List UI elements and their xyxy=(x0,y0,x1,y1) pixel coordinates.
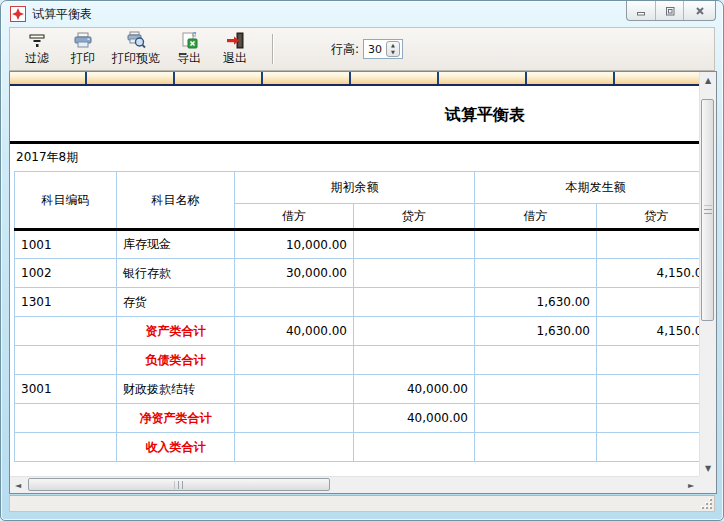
cell-current-debit[interactable]: 1,630.00 xyxy=(475,288,597,317)
print-label: 打印 xyxy=(71,50,95,67)
cell-code[interactable]: 3001 xyxy=(15,375,117,404)
vertical-scrollbar-thumb[interactable] xyxy=(701,99,714,321)
scroll-left-icon[interactable]: ◄ xyxy=(10,477,26,493)
cell-opening-credit[interactable] xyxy=(354,288,475,317)
spinner-down-icon[interactable]: ▼ xyxy=(387,49,399,56)
cell-code[interactable]: 1301 xyxy=(15,288,117,317)
cell-code[interactable] xyxy=(15,317,117,346)
minimize-icon xyxy=(634,4,648,18)
horizontal-scrollbar-thumb[interactable] xyxy=(28,478,330,491)
cell-opening-debit[interactable] xyxy=(235,404,354,433)
window-title: 试算平衡表 xyxy=(32,6,92,23)
cell-opening-debit[interactable] xyxy=(235,375,354,404)
cell-name[interactable]: 财政拨款结转 xyxy=(117,375,235,404)
row-height-value[interactable]: 30 xyxy=(368,43,386,56)
cell-opening-debit[interactable] xyxy=(235,433,354,462)
table-row[interactable]: 净资产类合计 40,000.00 xyxy=(15,404,700,433)
app-window: 试算平衡表 过滤 打印 xyxy=(0,0,724,521)
report-content: 试算平衡表 2017年8期 科目编码 科目名称 期初余额 本期发生额 xyxy=(10,72,699,462)
scroll-right-icon[interactable]: ► xyxy=(683,477,699,493)
trial-balance-table: 科目编码 科目名称 期初余额 本期发生额 借方 贷方 借方 贷方 1001 xyxy=(14,171,699,462)
cell-opening-credit[interactable] xyxy=(354,346,475,375)
table-row[interactable]: 3001 财政拨款结转 40,000.00 xyxy=(15,375,700,404)
cell-name[interactable]: 银行存款 xyxy=(117,259,235,288)
cell-code[interactable]: 1001 xyxy=(15,230,117,259)
cell-current-credit[interactable]: 4,150.00 xyxy=(597,259,700,288)
table-row[interactable]: 1301 存货 1,630.00 xyxy=(15,288,700,317)
cell-current-credit[interactable] xyxy=(597,230,700,259)
cell-code[interactable] xyxy=(15,433,117,462)
cell-current-credit[interactable] xyxy=(597,404,700,433)
row-height-group: 行高: 30 ▲ ▼ xyxy=(331,39,403,59)
cell-name[interactable]: 收入类合计 xyxy=(117,433,235,462)
table-row[interactable]: 收入类合计 xyxy=(15,433,700,462)
cell-current-debit[interactable] xyxy=(475,230,597,259)
titlebar[interactable]: 试算平衡表 xyxy=(1,1,723,27)
grid-viewport: 试算平衡表 2017年8期 科目编码 科目名称 期初余额 本期发生额 xyxy=(10,72,699,476)
cell-current-credit[interactable]: 4,150.00 xyxy=(597,317,700,346)
cell-name[interactable]: 库存现金 xyxy=(117,230,235,259)
scroll-up-icon[interactable]: ▲ xyxy=(700,72,716,88)
cell-opening-credit[interactable] xyxy=(354,317,475,346)
cell-name[interactable]: 净资产类合计 xyxy=(117,404,235,433)
cell-current-credit[interactable] xyxy=(597,288,700,317)
spinner-up-icon[interactable]: ▲ xyxy=(387,42,399,49)
cell-opening-credit[interactable]: 40,000.00 xyxy=(354,404,475,433)
cell-opening-debit[interactable] xyxy=(235,288,354,317)
printer-icon xyxy=(73,31,93,49)
cell-name[interactable]: 负债类合计 xyxy=(117,346,235,375)
filter-button[interactable]: 过滤 xyxy=(14,30,60,68)
vertical-scrollbar[interactable]: ▲ ▼ xyxy=(699,72,716,476)
export-excel-icon xyxy=(180,31,198,49)
maximize-button[interactable] xyxy=(655,1,683,20)
print-preview-button[interactable]: 打印预览 xyxy=(106,30,166,68)
cell-opening-credit[interactable] xyxy=(354,230,475,259)
app-icon xyxy=(10,6,26,22)
report-period: 2017年8期 xyxy=(10,144,699,171)
row-height-spinner[interactable]: 30 ▲ ▼ xyxy=(363,39,403,59)
cell-current-credit[interactable] xyxy=(597,375,700,404)
table-row[interactable]: 资产类合计 40,000.00 1,630.00 4,150.00 xyxy=(15,317,700,346)
exit-button[interactable]: 退出 xyxy=(212,30,258,68)
cell-opening-debit[interactable]: 40,000.00 xyxy=(235,317,354,346)
cell-name[interactable]: 资产类合计 xyxy=(117,317,235,346)
horizontal-scrollbar[interactable]: ◄ ► xyxy=(10,476,699,493)
print-button[interactable]: 打印 xyxy=(60,30,106,68)
header-name: 科目名称 xyxy=(117,172,235,230)
cell-opening-debit[interactable] xyxy=(235,346,354,375)
cell-current-credit[interactable] xyxy=(597,346,700,375)
cell-current-debit[interactable]: 1,630.00 xyxy=(475,317,597,346)
cell-current-debit[interactable] xyxy=(475,346,597,375)
cell-current-debit[interactable] xyxy=(475,433,597,462)
cell-current-credit[interactable] xyxy=(597,433,700,462)
header-current-debit: 借方 xyxy=(475,204,597,230)
cell-name[interactable]: 存货 xyxy=(117,288,235,317)
cell-opening-credit[interactable] xyxy=(354,259,475,288)
table-row[interactable]: 1001 库存现金 10,000.00 xyxy=(15,230,700,259)
table-row[interactable]: 1002 银行存款 30,000.00 4,150.00 xyxy=(15,259,700,288)
exit-label: 退出 xyxy=(223,50,247,67)
table-row[interactable]: 负债类合计 xyxy=(15,346,700,375)
cell-opening-credit[interactable] xyxy=(354,433,475,462)
scroll-down-icon[interactable]: ▼ xyxy=(700,460,716,476)
header-current-credit: 贷方 xyxy=(597,204,700,230)
cell-opening-debit[interactable]: 10,000.00 xyxy=(235,230,354,259)
cell-code[interactable]: 1002 xyxy=(15,259,117,288)
report-title: 试算平衡表 xyxy=(10,86,699,144)
cell-code[interactable] xyxy=(15,404,117,433)
window-controls xyxy=(626,1,716,21)
resize-grip[interactable] xyxy=(700,497,712,509)
toolbar: 过滤 打印 打印预览 导出 退出 行高: xyxy=(9,27,715,71)
cell-current-debit[interactable] xyxy=(475,404,597,433)
header-opening-debit: 借方 xyxy=(235,204,354,230)
close-button[interactable] xyxy=(683,1,715,20)
cell-code[interactable] xyxy=(15,346,117,375)
cell-opening-debit[interactable]: 30,000.00 xyxy=(235,259,354,288)
cell-current-debit[interactable] xyxy=(475,375,597,404)
export-button[interactable]: 导出 xyxy=(166,30,212,68)
minimize-button[interactable] xyxy=(627,1,655,20)
export-label: 导出 xyxy=(177,50,201,67)
cell-current-debit[interactable] xyxy=(475,259,597,288)
close-icon xyxy=(693,4,707,18)
cell-opening-credit[interactable]: 40,000.00 xyxy=(354,375,475,404)
